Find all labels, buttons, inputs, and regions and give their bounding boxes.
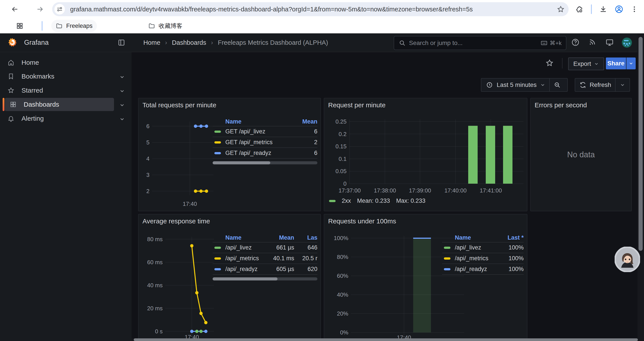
legend-col-name[interactable]: Name bbox=[212, 118, 293, 125]
extensions-icon[interactable] bbox=[574, 3, 586, 15]
floating-assistant-avatar[interactable] bbox=[615, 247, 640, 272]
svg-text:40 ms: 40 ms bbox=[147, 282, 163, 288]
toolbar-separator bbox=[591, 5, 592, 14]
favorite-star-icon[interactable] bbox=[545, 59, 554, 67]
star-icon bbox=[8, 87, 14, 94]
legend-row[interactable]: /api/_readyz 605 µs 620 bbox=[212, 264, 318, 275]
share-menu-button[interactable] bbox=[626, 58, 636, 69]
svg-text:0 s: 0 s bbox=[155, 328, 163, 335]
legend-row[interactable]: GET /api/_metrics 2 bbox=[212, 137, 318, 148]
panel-avg-response-time: Average response time 80 ms60 ms40 ms20 … bbox=[138, 214, 321, 340]
bookmark-label: Freeleaps bbox=[66, 23, 92, 30]
vertical-scrollbar-thumb[interactable] bbox=[638, 37, 643, 251]
downloads-icon[interactable] bbox=[597, 3, 609, 15]
share-button[interactable]: Share bbox=[606, 58, 626, 69]
chevron-down-icon[interactable] bbox=[119, 88, 125, 94]
series-color-pill bbox=[444, 257, 450, 260]
sidebar-item-dashboards[interactable]: Dashboards bbox=[5, 98, 114, 111]
horizontal-scrollbar-thumb[interactable] bbox=[134, 338, 638, 341]
zoom-out-button[interactable] bbox=[550, 82, 565, 88]
svg-text:0.05: 0.05 bbox=[335, 168, 346, 174]
legend-row[interactable]: GET /api/_readyz 6 bbox=[212, 148, 318, 159]
legend-col-mean[interactable]: Mean bbox=[293, 118, 318, 125]
brand-name[interactable]: Grafana bbox=[24, 39, 49, 47]
svg-text:6: 6 bbox=[146, 123, 150, 129]
legend-row[interactable]: /api/_metrics 100% bbox=[442, 253, 524, 264]
legend-2xx[interactable]: 2xx Mean: 0.233 Max: 0.233 bbox=[329, 197, 426, 204]
legend-col-last[interactable]: Las bbox=[294, 234, 318, 241]
svg-text:3: 3 bbox=[146, 172, 150, 178]
forward-icon[interactable] bbox=[34, 3, 46, 15]
legend-col-last[interactable]: Last * bbox=[497, 234, 524, 241]
grafana-logo[interactable] bbox=[8, 38, 18, 48]
svg-text:17:41:00: 17:41:00 bbox=[480, 187, 502, 194]
breadcrumb-current: Freeleaps Metrics Dashboard (ALPHA) bbox=[218, 39, 328, 46]
keyboard-icon bbox=[540, 40, 548, 47]
back-icon[interactable] bbox=[9, 3, 21, 15]
breadcrumb-dashboards[interactable]: Dashboards bbox=[172, 39, 206, 46]
refresh-interval-button[interactable] bbox=[616, 82, 630, 88]
chevron-down-icon[interactable] bbox=[119, 116, 125, 122]
legend-row[interactable]: GET /api/_livez 6 bbox=[212, 126, 318, 137]
panel-title[interactable]: Request per minute bbox=[328, 101, 386, 109]
svg-text:0: 0 bbox=[344, 180, 346, 187]
series-color-pill bbox=[214, 141, 221, 144]
svg-text:100%: 100% bbox=[334, 235, 348, 241]
panel-title[interactable]: Total requests per minute bbox=[142, 101, 216, 109]
bookmark-folder-freeleaps[interactable]: Freeleaps bbox=[51, 20, 97, 32]
active-indicator bbox=[3, 98, 4, 111]
series-color-pill bbox=[214, 257, 221, 260]
site-settings-icon[interactable] bbox=[54, 4, 65, 15]
screen: grafana.mathmast.com/d/deytv4rwavabkb/fr… bbox=[0, 0, 644, 341]
legend-col-name[interactable]: Name bbox=[442, 234, 497, 241]
sidebar-item-home[interactable]: Home bbox=[3, 56, 114, 69]
svg-text:17:38:00: 17:38:00 bbox=[374, 187, 396, 194]
legend-scrollbar[interactable] bbox=[212, 161, 318, 164]
chevron-down-icon[interactable] bbox=[119, 102, 125, 108]
profile-icon[interactable] bbox=[613, 3, 625, 15]
chart-request-per-minute[interactable]: 0.250.20.150.10.05017:37:0017:38:0017:39… bbox=[326, 117, 526, 197]
panel-title[interactable]: Requests under 100ms bbox=[328, 217, 396, 225]
breadcrumb-separator: › bbox=[211, 39, 213, 46]
chevron-down-icon[interactable] bbox=[119, 74, 125, 80]
panel-title[interactable]: Average response time bbox=[142, 217, 210, 225]
folder-icon bbox=[148, 22, 155, 30]
home-icon bbox=[8, 59, 14, 66]
sidebar-item-bookmarks[interactable]: Bookmarks bbox=[3, 70, 114, 83]
search-input[interactable]: Search or jump to... ⌘+k bbox=[394, 36, 566, 50]
legend-row[interactable]: /api/_livez 100% bbox=[442, 242, 524, 253]
bookmarks-separator bbox=[42, 21, 42, 31]
help-icon[interactable] bbox=[571, 38, 580, 47]
news-rss-icon[interactable] bbox=[588, 38, 596, 46]
legend-scrollbar[interactable] bbox=[212, 277, 318, 280]
sidebar-item-alerting[interactable]: Alerting bbox=[3, 112, 114, 125]
bookmark-folder-blogs[interactable]: 收藏博客 bbox=[144, 20, 187, 32]
legend-col-mean[interactable]: Mean bbox=[261, 234, 294, 241]
bookmark-star-icon[interactable] bbox=[557, 5, 565, 13]
export-button[interactable]: Export bbox=[568, 58, 604, 70]
refresh-picker[interactable]: Refresh bbox=[575, 78, 630, 92]
browser-menu-icon[interactable] bbox=[628, 3, 640, 15]
sidebar-item-starred[interactable]: Starred bbox=[3, 84, 114, 97]
url-text[interactable]: grafana.mathmast.com/d/deytv4rwavabkb/fr… bbox=[70, 6, 557, 13]
collapse-sidebar-icon[interactable] bbox=[118, 39, 126, 47]
svg-text:0.2: 0.2 bbox=[339, 131, 346, 137]
time-controls: Last 5 minutes Refresh bbox=[132, 75, 644, 98]
apps-grid-icon[interactable] bbox=[14, 20, 26, 32]
url-bar[interactable]: grafana.mathmast.com/d/deytv4rwavabkb/fr… bbox=[52, 2, 568, 16]
legend-row[interactable]: /api/_metrics 40.1 ms 20.5 r bbox=[212, 253, 318, 264]
legend-col-name[interactable]: Name bbox=[212, 234, 261, 241]
series-color-pill bbox=[214, 131, 221, 133]
user-avatar[interactable] bbox=[622, 37, 632, 48]
svg-text:60%: 60% bbox=[337, 272, 348, 279]
display-icon[interactable] bbox=[606, 38, 614, 47]
svg-text:80 ms: 80 ms bbox=[147, 236, 163, 242]
legend-row[interactable]: /api/_readyz 100% bbox=[442, 264, 524, 275]
time-range-picker[interactable]: Last 5 minutes bbox=[481, 78, 568, 92]
series-color-pill bbox=[444, 247, 450, 249]
chevron-down-icon bbox=[629, 61, 634, 66]
svg-text:17:40:00: 17:40:00 bbox=[444, 187, 466, 194]
breadcrumb-home[interactable]: Home bbox=[143, 39, 160, 46]
series-color-pill bbox=[329, 200, 336, 202]
legend-row[interactable]: /api/_livez 661 µs 646 bbox=[212, 242, 318, 253]
